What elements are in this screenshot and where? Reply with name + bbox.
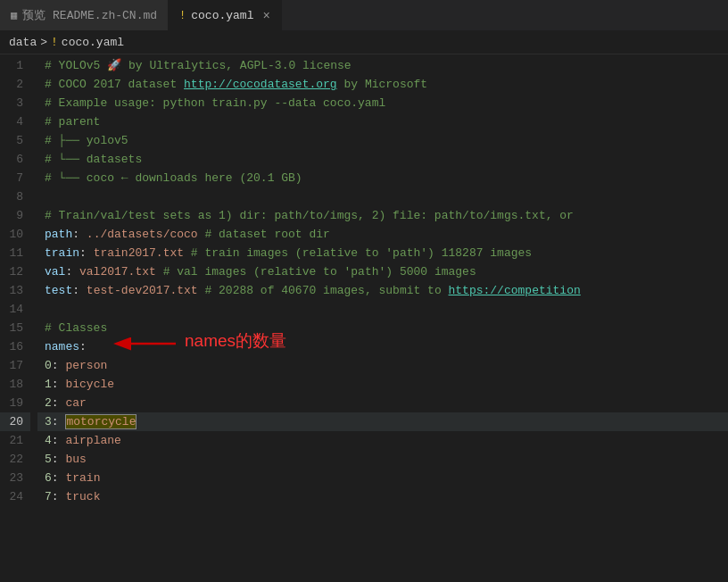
breadcrumb-excl: !: [51, 36, 58, 49]
line-num-20: 20: [0, 412, 30, 431]
line-num-13: 13: [0, 281, 30, 300]
tab-readme[interactable]: ▦ 预览 README.zh-CN.md: [0, 0, 169, 30]
code-line-16: names:: [37, 337, 728, 356]
code-line-4: # parent: [37, 112, 728, 131]
close-tab-button[interactable]: ×: [262, 9, 269, 23]
line-num-21: 21: [0, 431, 30, 450]
editor: 1 2 3 4 5 6 7 8 9 10 11 12 13 14 15 16 1…: [0, 54, 728, 582]
code-line-8: [37, 187, 728, 206]
code-line-11: train: train2017.txt # train images (rel…: [37, 244, 728, 262]
line-num-1: 1: [0, 56, 30, 75]
breadcrumb: data > ! coco.yaml: [0, 31, 728, 54]
line-num-11: 11: [0, 244, 30, 262]
line-num-10: 10: [0, 225, 30, 244]
tab-readme-label: 预览 README.zh-CN.md: [22, 7, 157, 23]
line-num-15: 15: [0, 319, 30, 337]
line-num-14: 14: [0, 300, 30, 319]
tab-coco-label: coco.yaml: [191, 9, 253, 22]
code-line-24: 7: truck: [37, 487, 728, 506]
line-num-22: 22: [0, 450, 30, 469]
grid-icon: ▦: [11, 9, 17, 22]
line-num-6: 6: [0, 150, 30, 169]
line-num-7: 7: [0, 169, 30, 187]
line-num-17: 17: [0, 356, 30, 375]
tab-coco[interactable]: ! coco.yaml ×: [169, 0, 282, 30]
line-numbers: 1 2 3 4 5 6 7 8 9 10 11 12 13 14 15 16 1…: [0, 54, 37, 582]
line-num-5: 5: [0, 131, 30, 150]
line-num-18: 18: [0, 375, 30, 394]
code-line-18: 1: bicycle: [37, 375, 728, 394]
code-line-20: 3: motorcycle: [37, 412, 728, 431]
code-line-22: 5: bus: [37, 450, 728, 469]
breadcrumb-sep1: >: [40, 36, 47, 49]
line-num-3: 3: [0, 94, 30, 112]
code-line-23: 6: train: [37, 469, 728, 487]
breadcrumb-filename: coco.yaml: [62, 36, 124, 49]
code-line-2: # COCO 2017 dataset http://cocodataset.o…: [37, 75, 728, 94]
code-line-14: [37, 300, 728, 319]
code-line-12: val: val2017.txt # val images (relative …: [37, 262, 728, 281]
line-num-23: 23: [0, 469, 30, 487]
code-line-3: # Example usage: python train.py --data …: [37, 94, 728, 112]
code-line-6: # └── datasets: [37, 150, 728, 169]
line-num-16: 16: [0, 337, 30, 356]
code-line-7: # └── coco ← downloads here (20.1 GB): [37, 169, 728, 187]
exclamation-icon: !: [179, 10, 186, 22]
code-line-19: 2: car: [37, 394, 728, 412]
line-num-8: 8: [0, 187, 30, 206]
code-line-15: # Classes: [37, 319, 728, 337]
breadcrumb-data: data: [9, 36, 37, 49]
line-num-12: 12: [0, 262, 30, 281]
tab-bar: ▦ 预览 README.zh-CN.md ! coco.yaml ×: [0, 0, 728, 31]
line-num-2: 2: [0, 75, 30, 94]
code-line-9: # Train/val/test sets as 1) dir: path/to…: [37, 206, 728, 225]
code-line-21: 4: airplane: [37, 431, 728, 450]
code-line-1: # YOLOv5 🚀 by Ultralytics, AGPL-3.0 lice…: [37, 56, 728, 75]
code-line-5: # ├── yolov5: [37, 131, 728, 150]
code-line-17: 0: person: [37, 356, 728, 375]
code-line-10: path: ../datasets/coco # dataset root di…: [37, 225, 728, 244]
line-num-19: 19: [0, 394, 30, 412]
code-content[interactable]: # YOLOv5 🚀 by Ultralytics, AGPL-3.0 lice…: [37, 54, 728, 582]
line-num-24: 24: [0, 487, 30, 506]
line-num-9: 9: [0, 206, 30, 225]
line-num-4: 4: [0, 112, 30, 131]
code-line-13: test: test-dev2017.txt # 20288 of 40670 …: [37, 281, 728, 300]
